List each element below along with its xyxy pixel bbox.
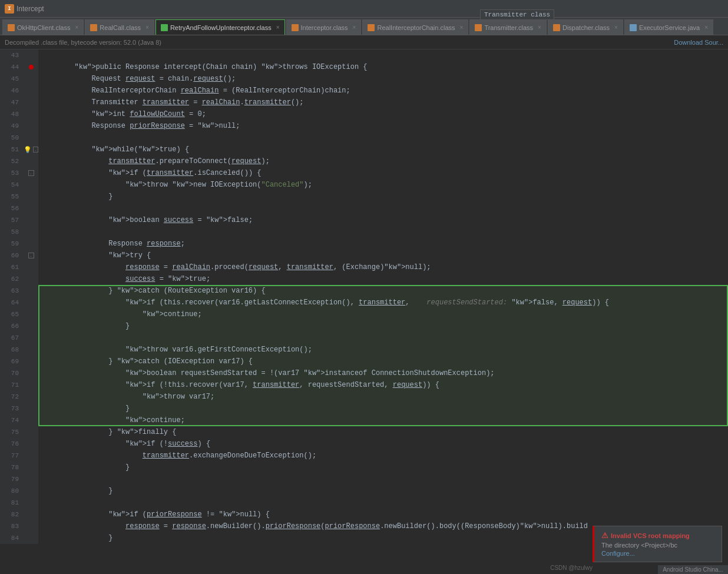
line-gutter-57 (24, 214, 38, 226)
transmitter-class-tooltip: Transmitter class (480, 9, 554, 20)
line-code-69: } "kw">catch (IOException var17) { (38, 356, 728, 367)
code-line-64: 64 "kw">if (this.recover(var16.getLastCo… (0, 297, 728, 308)
tab-retryAndFollowUp[interactable]: RetryAndFollowUpInterceptor.class× (155, 19, 285, 35)
line-number-65: 65 (0, 308, 24, 320)
line-gutter-78 (24, 462, 38, 473)
code-line-51: 51💡- "kw">while("kw">true) { (0, 144, 728, 155)
code-line-55: 55 } (0, 191, 728, 203)
code-line-66: 66 } (0, 320, 728, 332)
tab-bar: OkHttpClient.class×RealCall.class×RetryA… (0, 18, 728, 35)
configure-link[interactable]: Configure... (601, 550, 714, 557)
line-code-43 (38, 49, 728, 61)
tab-label-interceptor: Interceptor.class (301, 24, 348, 31)
line-gutter-73 (24, 403, 38, 414)
line-number-79: 79 (0, 473, 24, 485)
code-line-67: 67 (0, 332, 728, 344)
tab-icon-dispatcher (553, 24, 560, 31)
tab-close-interceptor[interactable]: × (353, 24, 356, 31)
tab-close-okhttp[interactable]: × (75, 24, 78, 31)
line-code-77: transmitter.exchangeDoneDueToException()… (38, 450, 728, 462)
code-line-48: 48 "kw">int followUpCount = 0; (0, 108, 728, 120)
line-code-71: "kw">if (!this.recover(var17, transmitte… (38, 379, 728, 391)
code-line-65: 65 "kw">continue; (0, 308, 728, 320)
app-icon: I (5, 4, 14, 14)
line-number-58: 58 (0, 226, 24, 238)
tab-realcall[interactable]: RealCall.class× (85, 19, 154, 35)
bulb-icon-51[interactable]: 💡 (24, 146, 32, 154)
line-number-55: 55 (0, 191, 24, 203)
tab-executorService[interactable]: ExecutorService.java× (624, 19, 713, 35)
line-number-81: 81 (0, 497, 24, 509)
line-gutter-54 (24, 179, 38, 191)
line-code-63: } "kw">catch (RouteException var16) { (38, 285, 728, 297)
line-code-54: "kw">throw "kw">new IOException("Cancele… (38, 179, 728, 191)
line-gutter-68 (24, 344, 38, 356)
code-line-63: 63 } "kw">catch (RouteException var16) { (0, 285, 728, 297)
line-gutter-58 (24, 226, 38, 238)
line-code-45: Request request = chain.request(); (38, 73, 728, 85)
notification-title: ⚠ Invalid VCS root mapping (601, 531, 714, 540)
fold-icon-51[interactable]: - (33, 147, 38, 152)
code-content: 4344 "kw">public Response intercept(Chai… (0, 49, 728, 574)
tab-realInterceptorChain[interactable]: RealInterceptorChain.class× (362, 19, 468, 35)
line-number-67: 67 (0, 332, 24, 344)
line-number-46: 46 (0, 85, 24, 97)
line-gutter-59 (24, 238, 38, 250)
line-code-58 (38, 226, 728, 238)
line-gutter-74 (24, 414, 38, 426)
line-number-49: 49 (0, 120, 24, 132)
tab-close-realcall[interactable]: × (145, 24, 149, 31)
code-line-71: 71 "kw">if (!this.recover(var17, transmi… (0, 379, 728, 391)
tab-label-transmitter: Transmitter.class (484, 24, 533, 31)
error-icon: ⚠ (601, 531, 608, 540)
breakpoint-44[interactable] (29, 65, 34, 69)
tab-close-executorService[interactable]: × (704, 24, 708, 31)
fold-icon-53[interactable]: - (28, 170, 34, 176)
tab-close-dispatcher[interactable]: × (614, 24, 618, 31)
tab-close-transmitter[interactable]: × (538, 24, 541, 31)
line-code-64: "kw">if (this.recover(var16.getLastConne… (38, 297, 728, 308)
line-code-68: "kw">throw var16.getFirstConnectExceptio… (38, 344, 728, 356)
line-gutter-63 (24, 285, 38, 297)
code-line-53: 53- "kw">if (transmitter.isCanceled()) { (0, 167, 728, 179)
line-number-66: 66 (0, 320, 24, 332)
code-line-56: 56 (0, 203, 728, 214)
tab-icon-okhttp (8, 24, 15, 31)
code-line-59: 59 Response response; (0, 238, 728, 250)
line-number-50: 50 (0, 132, 24, 144)
download-source-link[interactable]: Download Sour... (674, 39, 723, 46)
tab-interceptor[interactable]: Interceptor.class× (286, 19, 362, 35)
code-line-69: 69 } "kw">catch (IOException var17) { (0, 356, 728, 367)
line-code-79 (38, 473, 728, 485)
notification-body: The directory <Project>/bc (601, 542, 714, 549)
line-code-62: success = "kw">true; (38, 273, 728, 285)
tab-icon-realInterceptorChain (368, 24, 375, 31)
tab-label-realcall: RealCall.class (100, 24, 141, 31)
code-line-60: 60- "kw">try { (0, 250, 728, 261)
line-gutter-84 (24, 532, 38, 544)
line-code-67 (38, 332, 728, 344)
code-line-57: 57 "kw">boolean success = "kw">false; (0, 214, 728, 226)
tab-close-realInterceptorChain[interactable]: × (460, 24, 464, 31)
line-number-71: 71 (0, 379, 24, 391)
line-code-50 (38, 132, 728, 144)
fold-icon-60[interactable]: - (28, 253, 34, 258)
line-code-53: "kw">if (transmitter.isCanceled()) { (38, 167, 728, 179)
line-code-73: } (38, 403, 728, 414)
tab-close-retryAndFollowUp[interactable]: × (276, 24, 280, 31)
line-gutter-79 (24, 473, 38, 485)
code-line-49: 49 Response priorResponse = "kw">null; (0, 120, 728, 132)
tab-transmitter[interactable]: Transmitter.class× (469, 19, 547, 35)
line-code-76: "kw">if (!success) { (38, 438, 728, 450)
line-code-52: transmitter.prepareToConnect(request); (38, 155, 728, 167)
code-line-54: 54 "kw">throw "kw">new IOException("Canc… (0, 179, 728, 191)
tab-okhttp[interactable]: OkHttpClient.class× (2, 19, 84, 35)
line-code-56 (38, 203, 728, 214)
info-text: Decompiled .class file, bytecode version… (5, 39, 161, 46)
tab-dispatcher[interactable]: Dispatcher.class× (548, 19, 623, 35)
code-line-81: 81 (0, 497, 728, 509)
code-line-75: 75 } "kw">finally { (0, 426, 728, 438)
line-number-69: 69 (0, 356, 24, 367)
line-number-48: 48 (0, 108, 24, 120)
line-number-45: 45 (0, 73, 24, 85)
